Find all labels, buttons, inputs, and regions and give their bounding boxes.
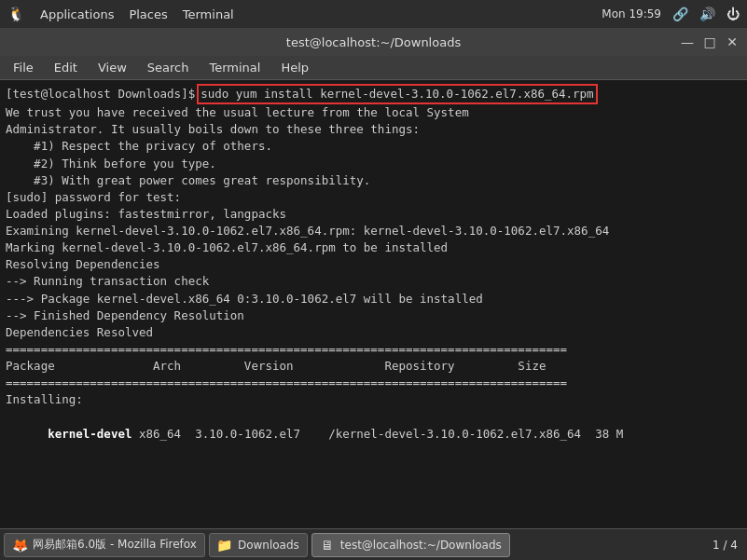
menu-edit[interactable]: Edit <box>45 59 87 76</box>
term-line: --> Running transaction check <box>6 273 741 290</box>
applications-menu[interactable]: Applications <box>40 7 114 21</box>
places-menu[interactable]: Places <box>129 7 167 21</box>
term-line: --> Finished Dependency Resolution <box>6 307 741 324</box>
term-line: Loaded plugins: fastestmirror, langpacks <box>6 206 741 223</box>
system-bar: 🐧 Applications Places Terminal Mon 19:59… <box>0 0 747 28</box>
system-icon: 🐧 <box>7 6 25 22</box>
network-icon: 🔗 <box>672 7 688 21</box>
terminal-menu[interactable]: Terminal <box>183 7 234 21</box>
terminal-icon: 🖥 <box>320 538 335 553</box>
taskbar: 🦊 网易邮箱6.0版 - Mozilla Firefox 📁 Downloads… <box>0 528 747 560</box>
pkg-arch: x86_64 <box>131 427 181 441</box>
window-title: test@localhost:~/Downloads <box>286 28 461 56</box>
maximize-button[interactable]: □ <box>702 34 717 49</box>
firefox-icon: 🦊 <box>12 538 27 553</box>
folder-icon: 📁 <box>217 538 232 553</box>
menu-search[interactable]: Search <box>138 59 199 76</box>
prompt: [test@localhost Downloads]$ <box>6 86 195 102</box>
pkg-version: 3.10.0-1062.el7 <box>181 427 300 441</box>
clock: Mon 19:59 <box>602 7 661 20</box>
terminal-window: test@localhost:~/Downloads — □ ✕ File Ed… <box>0 28 747 528</box>
command-line: [test@localhost Downloads]$ sudo yum ins… <box>6 84 741 104</box>
installing-label: Installing: <box>6 391 741 408</box>
pkg-size: 38 M <box>581 427 623 441</box>
table-header: Package Arch Version Repository Size <box>6 358 741 375</box>
term-line: [sudo] password for test: <box>6 189 741 206</box>
term-line: We trust you have received the usual lec… <box>6 104 741 121</box>
term-line: Dependencies Resolved <box>6 324 741 341</box>
menu-terminal[interactable]: Terminal <box>200 59 270 76</box>
volume-icon: 🔊 <box>699 7 715 21</box>
window-controls: — □ ✕ <box>680 34 740 49</box>
taskbar-item-firefox-label: 网易邮箱6.0版 - Mozilla Firefox <box>33 537 197 553</box>
term-line: #2) Think before you type. <box>6 156 741 172</box>
taskbar-item-terminal-label: test@localhost:~/Downloads <box>340 539 502 552</box>
taskbar-pager: 1 / 4 <box>707 539 743 552</box>
term-line: Administrator. It usually boils down to … <box>6 121 741 138</box>
command-text: sudo yum install kernel-devel-3.10.0-106… <box>197 84 597 104</box>
taskbar-item-downloads[interactable]: 📁 Downloads <box>209 533 308 557</box>
taskbar-item-downloads-label: Downloads <box>238 539 299 552</box>
menu-help[interactable]: Help <box>271 59 318 76</box>
term-line: #3) With great power comes great respons… <box>6 172 741 189</box>
system-bar-left: 🐧 Applications Places Terminal <box>7 6 234 22</box>
terminal-content[interactable]: [test@localhost Downloads]$ sudo yum ins… <box>0 80 747 528</box>
title-bar: test@localhost:~/Downloads — □ ✕ <box>0 28 747 56</box>
power-icon: ⏻ <box>726 7 740 21</box>
menu-view[interactable]: View <box>89 59 136 76</box>
term-line: Resolving Dependencies <box>6 256 741 273</box>
package-row: kernel-devel x86_64 3.10.0-1062.el7 /ker… <box>6 408 741 458</box>
separator-2: ========================================… <box>6 375 741 391</box>
taskbar-item-terminal[interactable]: 🖥 test@localhost:~/Downloads <box>311 533 510 557</box>
system-bar-right: Mon 19:59 🔗 🔊 ⏻ <box>602 7 740 21</box>
pkg-name: kernel-devel <box>48 427 131 441</box>
close-button[interactable]: ✕ <box>725 34 740 49</box>
pkg-repo: /kernel-devel-3.10.0-1062.el7.x86_64 <box>300 427 581 441</box>
taskbar-item-firefox[interactable]: 🦊 网易邮箱6.0版 - Mozilla Firefox <box>4 533 205 557</box>
term-line: #1) Respect the privacy of others. <box>6 138 741 155</box>
separator-1: ========================================… <box>6 341 741 358</box>
minimize-button[interactable]: — <box>680 34 695 49</box>
term-line: Marking kernel-devel-3.10.0-1062.el7.x86… <box>6 239 741 256</box>
menu-bar: File Edit View Search Terminal Help <box>0 56 747 80</box>
term-line: ---> Package kernel-devel.x86_64 0:3.10.… <box>6 291 741 307</box>
term-line: Examining kernel-devel-3.10.0-1062.el7.x… <box>6 223 741 239</box>
menu-file[interactable]: File <box>4 59 43 76</box>
